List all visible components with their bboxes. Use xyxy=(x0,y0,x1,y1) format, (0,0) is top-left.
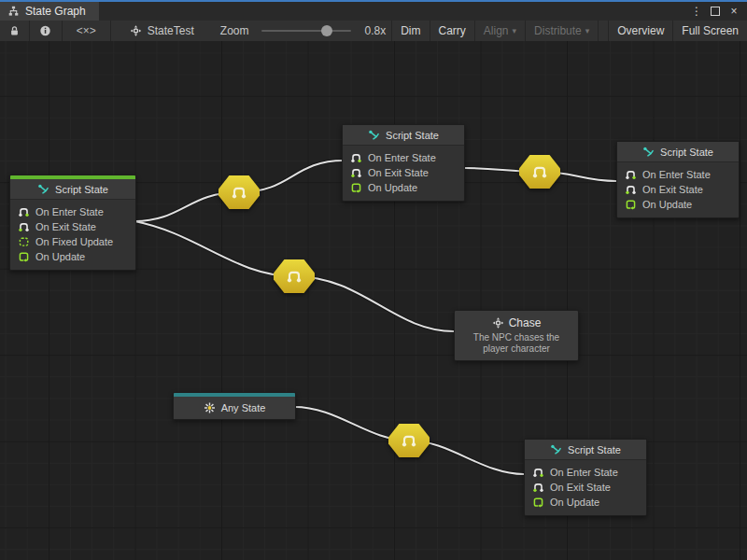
node-body: On Enter State On Exit State On Fixed Up… xyxy=(10,200,135,270)
node-title: Script State xyxy=(568,444,621,455)
update-icon xyxy=(18,251,30,262)
distribute-button[interactable]: Distribute ▾ xyxy=(526,21,599,41)
update-icon xyxy=(532,497,544,508)
info-icon xyxy=(39,25,51,36)
transition-event-icon xyxy=(231,185,247,200)
node-header[interactable]: Script State xyxy=(10,179,135,200)
event-on-update[interactable]: On Update xyxy=(343,180,464,195)
state-node-start-script[interactable]: Script State On Enter State On Exit Stat… xyxy=(9,175,136,271)
script-state-icon xyxy=(37,184,49,195)
maximize-button[interactable] xyxy=(708,4,723,19)
enter-state-icon xyxy=(350,152,362,163)
collapse-code-icon: <×> xyxy=(77,24,96,37)
enter-state-icon xyxy=(532,467,544,478)
info-button[interactable] xyxy=(30,21,63,41)
event-on-enter-state[interactable]: On Enter State xyxy=(525,465,646,480)
event-on-update[interactable]: On Update xyxy=(617,197,739,212)
state-node-script[interactable]: Script State On Enter State On Exit Stat… xyxy=(342,124,465,202)
event-on-enter-state[interactable]: On Enter State xyxy=(10,204,135,219)
lock-button[interactable] xyxy=(0,21,30,41)
event-on-update[interactable]: On Update xyxy=(10,249,135,264)
script-state-icon xyxy=(642,147,655,158)
state-graph-window: State Graph ⋮ × <×> StateTest Zoom 0.8x xyxy=(0,0,747,560)
node-header[interactable]: Script State xyxy=(617,142,739,162)
full-screen-button[interactable]: Full Screen xyxy=(673,21,747,41)
state-graph-icon xyxy=(7,6,20,17)
state-node-script[interactable]: Script State On Enter State On Exit Stat… xyxy=(524,439,647,516)
node-body: On Enter State On Exit State On Update xyxy=(343,146,464,201)
node-title: Chase xyxy=(509,316,542,329)
state-selector-label: StateTest xyxy=(148,24,194,37)
exit-state-icon xyxy=(532,482,544,493)
gizmo-icon xyxy=(130,25,142,36)
event-on-enter-state[interactable]: On Enter State xyxy=(617,167,739,182)
script-state-icon xyxy=(550,444,562,455)
tab-state-graph[interactable]: State Graph xyxy=(0,2,99,21)
carry-button[interactable]: Carry xyxy=(430,21,475,41)
event-on-enter-state[interactable]: On Enter State xyxy=(343,150,464,165)
node-header[interactable]: Script State xyxy=(343,125,464,146)
node-header[interactable]: Script State xyxy=(525,440,646,460)
transition-node[interactable] xyxy=(274,259,315,293)
any-state-icon xyxy=(204,402,216,413)
gizmo-icon xyxy=(492,317,504,329)
lock-icon xyxy=(8,25,21,36)
node-title: Script State xyxy=(55,184,108,195)
chevron-down-icon: ▾ xyxy=(513,26,517,35)
event-on-exit-state[interactable]: On Exit State xyxy=(10,219,135,234)
title-bar: State Graph ⋮ × xyxy=(0,2,747,21)
node-title: Any State xyxy=(221,402,266,413)
transition-event-icon xyxy=(401,433,417,448)
node-header[interactable]: Chase xyxy=(455,311,578,331)
node-body: On Enter State On Exit State On Update xyxy=(525,460,646,515)
zoom-slider-thumb[interactable] xyxy=(321,25,332,36)
transition-node[interactable] xyxy=(388,424,430,457)
transition-node[interactable] xyxy=(218,175,260,209)
event-on-update[interactable]: On Update xyxy=(525,495,646,510)
state-node-chase[interactable]: Chase The NPC chases the player characte… xyxy=(454,310,579,361)
update-icon xyxy=(350,182,362,193)
event-on-exit-state[interactable]: On Exit State xyxy=(343,165,464,180)
zoom-label: Zoom xyxy=(215,21,255,41)
state-node-any[interactable]: Any State xyxy=(173,392,296,420)
zoom-slider-track[interactable] xyxy=(261,30,351,32)
dim-button[interactable]: Dim xyxy=(391,21,430,41)
overview-button[interactable]: Overview xyxy=(608,21,673,41)
state-selector[interactable]: StateTest xyxy=(124,21,200,41)
zoom-value: 0.8x xyxy=(359,21,391,41)
update-icon xyxy=(625,199,637,210)
transition-event-icon xyxy=(531,164,548,179)
exit-state-icon xyxy=(18,221,30,232)
close-button[interactable]: × xyxy=(726,4,741,19)
node-description: The NPC chases the player character xyxy=(455,331,578,360)
node-body: On Enter State On Exit State On Update xyxy=(617,162,739,217)
window-controls: ⋮ × xyxy=(689,2,747,21)
state-node-script[interactable]: Script State On Enter State On Exit Stat… xyxy=(616,141,740,218)
collapse-code-button[interactable]: <×> xyxy=(63,21,111,41)
event-on-fixed-update[interactable]: On Fixed Update xyxy=(10,234,135,249)
script-state-icon xyxy=(368,130,380,141)
tab-title: State Graph xyxy=(25,5,86,18)
transition-event-icon xyxy=(286,269,303,284)
enter-state-icon xyxy=(625,169,637,180)
event-on-exit-state[interactable]: On Exit State xyxy=(617,182,739,197)
chevron-down-icon: ▾ xyxy=(585,26,590,35)
exit-state-icon xyxy=(350,167,362,178)
zoom-slider[interactable] xyxy=(254,21,359,41)
window-menu-button[interactable]: ⋮ xyxy=(689,4,704,19)
node-title: Script State xyxy=(660,147,713,158)
align-button[interactable]: Align ▾ xyxy=(475,21,526,41)
node-header[interactable]: Any State xyxy=(174,397,295,419)
enter-state-icon xyxy=(18,206,30,217)
maximize-icon xyxy=(711,7,720,16)
event-on-exit-state[interactable]: On Exit State xyxy=(525,480,646,495)
exit-state-icon xyxy=(625,184,637,195)
transition-node[interactable] xyxy=(519,155,560,189)
fixed-update-icon xyxy=(18,236,30,247)
node-title: Script State xyxy=(386,130,439,141)
graph-toolbar: <×> StateTest Zoom 0.8x Dim Carry Align … xyxy=(0,21,747,42)
